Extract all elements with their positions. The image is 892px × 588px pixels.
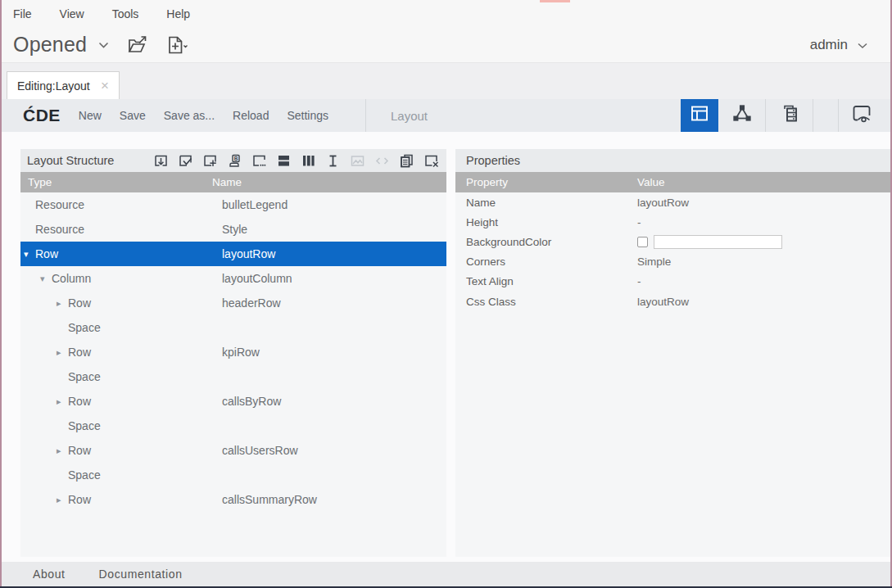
- user-menu[interactable]: admin: [810, 37, 867, 53]
- expander-icon[interactable]: ▸: [57, 495, 68, 505]
- property-name: Height: [455, 216, 498, 228]
- row-type-cell: Column: [52, 272, 91, 285]
- tab-close-icon[interactable]: ×: [99, 79, 111, 93]
- background-color-checkbox[interactable]: [637, 237, 648, 247]
- expander-icon[interactable]: ▸: [57, 298, 68, 309]
- chevron-down-icon: [858, 38, 867, 52]
- expander-icon[interactable]: ▾: [40, 274, 52, 284]
- property-row[interactable]: Height -: [455, 212, 890, 232]
- add-image-icon[interactable]: [349, 152, 366, 170]
- new-file-icon[interactable]: [166, 35, 188, 55]
- column-header-property: Property: [455, 176, 508, 188]
- expander-icon[interactable]: ▸: [57, 347, 68, 358]
- row-type-cell: Space: [68, 370, 101, 383]
- app-header: Opened admin: [0, 27, 892, 63]
- table-row[interactable]: Space: [20, 414, 446, 438]
- add-freeform-panel-icon[interactable]: [251, 152, 268, 170]
- property-value[interactable]: -: [637, 275, 641, 287]
- table-row[interactable]: Resource bulletLegend: [20, 192, 446, 217]
- datasources-panel-button[interactable]: [766, 99, 813, 132]
- save-as-template-icon[interactable]: [152, 152, 170, 170]
- footer-link[interactable]: About: [33, 568, 66, 581]
- open-folder-icon[interactable]: [127, 35, 148, 55]
- properties-grid-header: Property Value: [455, 172, 890, 192]
- property-row[interactable]: Css Class layoutRow: [455, 292, 890, 311]
- property-row[interactable]: BackgroundColor: [455, 232, 890, 251]
- expander-icon[interactable]: ▸: [57, 396, 68, 407]
- add-code-icon[interactable]: [374, 152, 391, 170]
- add-columns-icon[interactable]: [300, 152, 317, 170]
- property-row[interactable]: Text Align -: [455, 272, 890, 292]
- apply-template-icon[interactable]: [177, 152, 194, 170]
- toolbar-menu-item[interactable]: Save as...: [162, 106, 216, 125]
- row-type-cell: Resource: [35, 223, 84, 236]
- table-row[interactable]: ▸ Row callsUsersRow: [20, 438, 446, 463]
- table-row[interactable]: ▸ Row callsByRow: [20, 389, 446, 414]
- table-row[interactable]: ▸ Row callsSummaryRow: [20, 487, 446, 512]
- layout-panel-button[interactable]: [681, 99, 718, 132]
- duplicate-icon[interactable]: [398, 152, 415, 170]
- row-name-cell: layoutColumn: [222, 272, 292, 285]
- property-value[interactable]: layoutRow: [637, 197, 689, 209]
- menubar-item[interactable]: Help: [166, 7, 190, 20]
- toolbar-menu-item[interactable]: Reload: [231, 106, 270, 125]
- column-header-type: Type: [20, 176, 52, 188]
- workspace: Layout Structure: [0, 132, 892, 562]
- opened-dropdown[interactable]: Opened: [13, 33, 109, 57]
- table-row[interactable]: Resource Style: [20, 217, 446, 242]
- property-row[interactable]: Name layoutRow: [455, 192, 890, 212]
- property-value[interactable]: -: [637, 216, 641, 228]
- datasources-panel-icon: [779, 103, 800, 128]
- opened-label: Opened: [13, 33, 87, 57]
- footer-link[interactable]: Documentation: [99, 568, 183, 581]
- current-panel-title: Layout: [391, 99, 428, 132]
- expander-icon[interactable]: ▾: [24, 249, 35, 260]
- row-type-cell: Space: [68, 468, 101, 482]
- toolbar-menu-item[interactable]: Settings: [285, 106, 330, 125]
- toolbar-menu-item[interactable]: Save: [118, 106, 147, 125]
- menubar: FileViewToolsHelp: [0, 0, 892, 27]
- table-row[interactable]: ▾ Row layoutRow: [20, 242, 446, 266]
- delete-icon[interactable]: [423, 152, 440, 170]
- preview-icon: [850, 103, 873, 128]
- row-type-cell: Space: [68, 419, 101, 432]
- property-value[interactable]: layoutRow: [637, 296, 689, 308]
- row-name-cell: bulletLegend: [222, 198, 288, 211]
- property-row[interactable]: Corners Simple: [455, 252, 890, 272]
- properties-panel: Properties Property Value Name layoutRow…: [455, 149, 890, 557]
- row-name-cell: kpiRow: [222, 346, 260, 359]
- table-row[interactable]: ▾ Column layoutColumn: [20, 266, 446, 291]
- components-panel-button[interactable]: [718, 99, 765, 132]
- table-row[interactable]: ▸ Row headerRow: [20, 291, 446, 315]
- table-row[interactable]: Space: [20, 364, 446, 389]
- menubar-item[interactable]: Tools: [112, 7, 139, 20]
- table-row[interactable]: Space: [20, 315, 446, 340]
- table-row[interactable]: ▸ Row kpiRow: [20, 340, 446, 364]
- tab-title: Editing:Layout: [17, 79, 99, 93]
- toolbar-menu-item[interactable]: New: [77, 106, 103, 125]
- chevron-down-icon: [98, 38, 109, 52]
- layout-tree: Resource bulletLegend Resource Style ▾ R…: [20, 192, 446, 512]
- toolbar-divider: [365, 99, 366, 132]
- menubar-item[interactable]: File: [13, 7, 32, 20]
- tab-editing-layout[interactable]: Editing:Layout ×: [7, 71, 120, 99]
- menubar-item[interactable]: View: [60, 7, 84, 20]
- add-row-icon[interactable]: [275, 152, 292, 170]
- svg-text:B: B: [234, 155, 238, 161]
- add-resource-icon[interactable]: [201, 152, 219, 170]
- background-color-input[interactable]: [654, 235, 782, 249]
- window-border-left: [0, 0, 2, 588]
- row-type-cell: Resource: [35, 198, 84, 211]
- structure-toolbar: B: [152, 152, 446, 170]
- add-html-icon[interactable]: [324, 152, 342, 170]
- row-name-cell: Style: [222, 223, 247, 236]
- property-name: Corners: [455, 256, 505, 268]
- expander-icon[interactable]: ▸: [57, 446, 68, 456]
- layout-tree-grid-header: Type Name: [20, 172, 446, 192]
- table-row[interactable]: Space: [20, 463, 446, 487]
- cde-logo: ĆDE: [23, 106, 61, 125]
- column-header-value: Value: [637, 176, 665, 188]
- preview-button[interactable]: [839, 99, 885, 132]
- property-value[interactable]: Simple: [637, 256, 671, 268]
- add-bootstrap-panel-icon[interactable]: B: [226, 152, 243, 170]
